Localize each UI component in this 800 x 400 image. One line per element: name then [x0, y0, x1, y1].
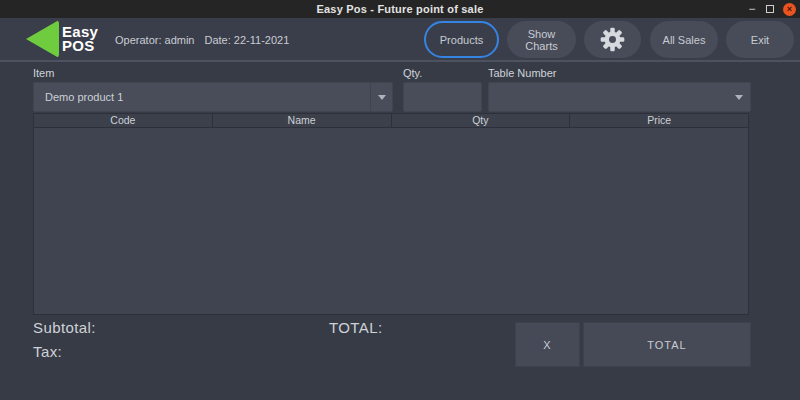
table-number-label: Table Number [488, 67, 556, 79]
column-header-price[interactable]: Price [570, 114, 748, 127]
sales-table-header: Code Name Qty Price [34, 114, 748, 128]
item-select[interactable]: Demo product 1 [33, 82, 393, 112]
column-header-code[interactable]: Code [34, 114, 213, 127]
total-label: TOTAL: [329, 319, 383, 336]
column-header-qty[interactable]: Qty [392, 114, 571, 127]
sales-table: Code Name Qty Price [33, 113, 749, 315]
table-number-select[interactable] [488, 82, 751, 112]
item-select-value: Demo product 1 [34, 91, 370, 103]
show-charts-button[interactable]: Show Charts [507, 21, 576, 58]
item-select-dropdown[interactable] [370, 83, 392, 111]
easy-pos-logo: Easy POS [26, 20, 98, 58]
gear-icon [599, 26, 626, 53]
chevron-down-icon [378, 95, 386, 100]
maximize-icon[interactable] [766, 5, 774, 13]
session-info: Operator: admin Date: 22-11-2021 [115, 18, 289, 62]
item-label: Item [33, 67, 54, 79]
logo-text: Easy POS [62, 25, 98, 53]
chevron-down-icon [735, 95, 743, 100]
qty-label: Qty. [403, 67, 422, 79]
window-controls: − × [747, 0, 796, 18]
total-button[interactable]: TOTAL [583, 322, 751, 367]
sales-table-body[interactable] [34, 128, 748, 314]
operator-label: Operator: admin [115, 34, 194, 46]
qty-input[interactable] [403, 82, 482, 112]
tax-label: Tax: [33, 343, 62, 360]
window-title: Easy Pos - Future point of sale [317, 3, 484, 15]
logo-line2: POS [62, 37, 95, 54]
table-number-dropdown[interactable] [728, 83, 750, 111]
minimize-icon[interactable]: − [747, 4, 757, 14]
window-titlebar: Easy Pos - Future point of sale − × [0, 0, 800, 18]
logo-triangle-icon [26, 20, 59, 58]
easy-pos-window: Easy Pos - Future point of sale − × Easy… [0, 0, 800, 400]
settings-button[interactable] [584, 21, 641, 58]
date-label: Date: 22-11-2021 [204, 34, 289, 46]
app-header: Easy POS Operator: admin Date: 22-11-202… [0, 18, 800, 62]
all-sales-button[interactable]: All Sales [650, 21, 718, 58]
products-button[interactable]: Products [424, 21, 499, 58]
subtotal-label: Subtotal: [33, 319, 96, 336]
clear-button[interactable]: X [515, 322, 580, 367]
exit-button[interactable]: Exit [726, 21, 794, 58]
column-header-name[interactable]: Name [213, 114, 392, 127]
close-icon[interactable]: × [783, 3, 796, 16]
